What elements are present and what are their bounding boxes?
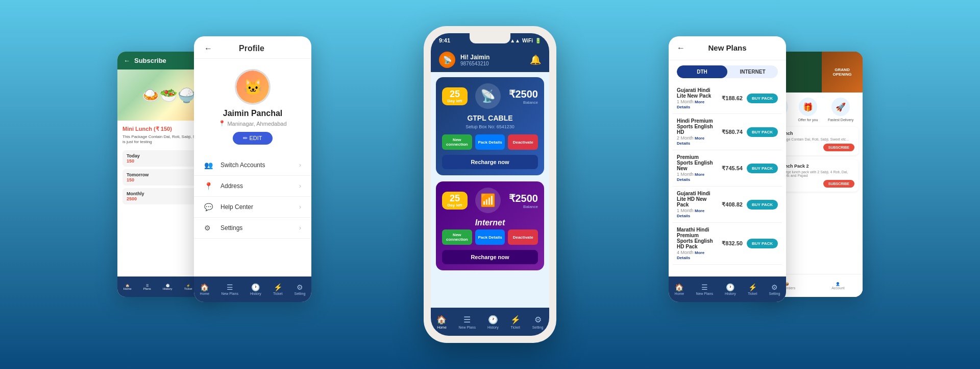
dth-new-connection-btn[interactable]: New connection — [442, 134, 472, 150]
router-icon: 📶 — [475, 188, 501, 213]
dth-day-label: Day left — [447, 99, 462, 103]
pnav-setting[interactable]: ⚙Setting — [295, 283, 306, 295]
rnav-ticket[interactable]: ⚡Ticket — [748, 283, 757, 295]
phone-notch — [470, 33, 510, 43]
grand-opening-banner: GRANDOPENING — [822, 52, 863, 93]
ticket-nav-icon: ⚡ — [510, 315, 521, 325]
pnav-home[interactable]: 🏠Home — [200, 283, 210, 295]
offer-icon: 🎁 — [799, 98, 817, 116]
plan-more-1[interactable]: More Details — [677, 100, 704, 109]
avatar-image: 🐱 — [236, 71, 269, 103]
plan-duration-4: 1 Month More Details — [677, 208, 713, 218]
plan-item-1: Gujarati Hindi Lite New Pack 1 Month Mor… — [673, 83, 782, 114]
notification-bell[interactable]: 🔔 — [530, 54, 541, 65]
pnav-ticket[interactable]: ⚡Ticket — [273, 283, 282, 295]
internet-card-top: 25 Day left 📶 ₹2500 Balance — [442, 188, 538, 213]
dth-recharge-btn[interactable]: Recharge now — [442, 155, 538, 169]
phone-nav-history[interactable]: 🕐 History — [487, 315, 499, 329]
internet-deactivate-btn[interactable]: Deactivate — [508, 229, 538, 245]
help-label: Help Center — [220, 203, 299, 211]
frb-account[interactable]: 👤 Account — [831, 282, 844, 290]
switch-accounts-label: Switch Accounts — [220, 162, 299, 169]
plan-name-2: Hindi Premium Sports English HD — [677, 118, 713, 135]
phone-nav-new-plans[interactable]: ☰ New Plans — [458, 315, 475, 329]
screen-left-profile: ← Profile 🐱 Jaimin Panchal 📍 Maninagar, … — [194, 36, 311, 302]
pnav-plans[interactable]: ☰New Plans — [221, 283, 238, 295]
history-nav-label: History — [487, 326, 499, 329]
phone-frame: 9:41 ▲▲ WiFi 🔋 📡 Hi! Jaimin — [424, 26, 556, 343]
plan-more-5[interactable]: More Details — [677, 250, 704, 260]
cat-offer[interactable]: 🎁 Offer for you — [798, 98, 818, 122]
plan-more-3[interactable]: More Details — [677, 172, 704, 182]
buy-btn-5[interactable]: BUY PACK — [747, 239, 778, 248]
nav-home[interactable]: 🏠Home — [124, 284, 132, 290]
internet-recharge-btn[interactable]: Recharge now — [442, 250, 538, 264]
plan-more-2[interactable]: More Details — [677, 136, 704, 146]
plan-info-4: Gujarati Hindi Lite HD New Pack 1 Month … — [677, 191, 713, 218]
dth-setup-box: Setup Box No: 6541230 — [442, 124, 538, 129]
plan-name-5: Marathi Hindi Premium Sports English HD … — [677, 227, 713, 249]
phone-bottom-nav: 🏠 Home ☰ New Plans 🕐 History — [431, 308, 549, 336]
nav-plans[interactable]: ☰Plans — [143, 284, 151, 290]
menu-item-help[interactable]: 💬 Help Center › — [194, 197, 311, 218]
internet-new-connection-btn[interactable]: New connection — [442, 229, 472, 245]
profile-back-btn[interactable]: ← — [204, 44, 212, 53]
menu-item-address[interactable]: 📍 Address › — [194, 176, 311, 197]
plan-more-4[interactable]: More Details — [677, 209, 704, 218]
phone-screen-inner: 9:41 ▲▲ WiFi 🔋 📡 Hi! Jaimin — [431, 33, 549, 336]
rnav-plans[interactable]: ☰New Plans — [696, 283, 713, 295]
dth-deactivate-btn[interactable]: Deactivate — [508, 134, 538, 150]
switch-accounts-icon: 👥 — [204, 161, 214, 169]
plans-tab-internet[interactable]: INTERNET — [727, 65, 778, 78]
phone-nav-home[interactable]: 🏠 Home — [436, 315, 447, 329]
grand-opening-text: GRANDOPENING — [833, 67, 852, 77]
buy-btn-3[interactable]: BUY PACK — [747, 164, 778, 173]
screen-right-plans: ← New Plans DTH INTERNET Gujarati Hindi … — [669, 36, 786, 302]
plan-price-4: ₹408.82 — [717, 201, 743, 208]
plans-tab-dth[interactable]: DTH — [677, 65, 727, 78]
phone-nav-setting[interactable]: ⚙ Setting — [532, 315, 544, 329]
buy-btn-2[interactable]: BUY PACK — [747, 127, 778, 137]
nav-ticket[interactable]: ⚡Ticket — [184, 284, 192, 290]
offer-label: Offer for you — [798, 118, 818, 122]
plan-info-1: Gujarati Hindi Lite New Pack 1 Month Mor… — [677, 87, 713, 109]
settings-label: Settings — [220, 224, 299, 232]
plans-back-btn[interactable]: ← — [677, 43, 685, 53]
internet-day-badge: 25 Day left — [442, 192, 468, 210]
app-logo: 📡 — [439, 52, 455, 68]
phones-container: ← Subscribe 🍛🥗🍚 Mini Lunch (₹ 150) This … — [133, 26, 847, 343]
profile-title: Profile — [217, 44, 286, 53]
subscribe-btn-1[interactable]: SUBSCRIBE — [823, 144, 854, 151]
plan-info-5: Marathi Hindi Premium Sports English HD … — [677, 227, 713, 260]
buy-btn-1[interactable]: BUY PACK — [747, 94, 778, 103]
profile-menu: 👥 Switch Accounts › 📍 Address › 💬 Help C… — [194, 150, 311, 244]
new-plans-nav-label: New Plans — [458, 326, 475, 329]
plan-price-5: ₹832.50 — [717, 240, 743, 247]
internet-pack-details-btn[interactable]: Pack Details — [475, 229, 505, 245]
subscribe-btn-2[interactable]: SUBSCRIBE — [823, 180, 854, 188]
rnav-setting[interactable]: ⚙Setting — [769, 283, 780, 295]
dth-day-badge: 25 Day left — [442, 87, 468, 105]
chevron-right-icon-4: › — [299, 224, 301, 232]
plan-item-3: Premium Sports English New 1 Month More … — [673, 150, 782, 187]
right-bottom-nav: 🏠Home ☰New Plans 🕐History ⚡Ticket ⚙Setti… — [669, 276, 786, 302]
menu-item-switch-accounts[interactable]: 👥 Switch Accounts › — [194, 155, 311, 176]
delivery-label: Fastest Delivery — [828, 118, 853, 122]
back-icon[interactable]: ← — [124, 57, 130, 64]
buy-btn-4[interactable]: BUY PACK — [747, 200, 778, 210]
menu-item-settings[interactable]: ⚙ Settings › — [194, 218, 311, 239]
rnav-home[interactable]: 🏠Home — [675, 283, 684, 295]
battery-icon: 🔋 — [535, 38, 541, 43]
phone-nav-ticket[interactable]: ⚡ Ticket — [510, 315, 521, 329]
dth-balance-label: Balance — [509, 100, 538, 105]
rnav-history[interactable]: 🕐History — [725, 283, 736, 295]
chevron-right-icon-3: › — [299, 203, 301, 211]
cat-delivery[interactable]: 🚀 Fastest Delivery — [828, 98, 853, 122]
new-plans-nav-icon: ☰ — [458, 315, 475, 325]
pnav-history[interactable]: 🕐History — [250, 283, 261, 295]
edit-profile-button[interactable]: ✏ EDIT — [233, 132, 272, 145]
status-time: 9:41 — [439, 37, 450, 43]
help-icon: 💬 — [204, 203, 214, 211]
nav-history[interactable]: 🕐History — [163, 284, 173, 290]
dth-pack-details-btn[interactable]: Pack Details — [475, 134, 505, 150]
